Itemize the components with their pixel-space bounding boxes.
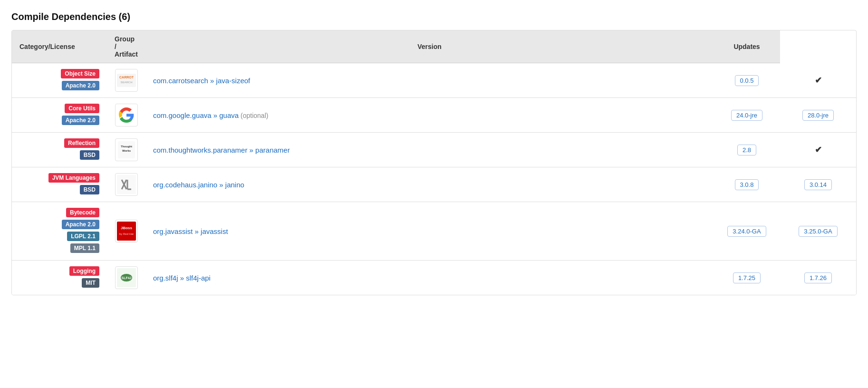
artifact-cell: com.carrotsearch » java-sizeof: [145, 63, 714, 98]
logo-carrot: CARROT SEARCH: [115, 69, 138, 92]
artifact-link[interactable]: com.thoughtworks.paranamer » paranamer: [153, 146, 290, 154]
category-cell: ReflectionBSD: [12, 133, 107, 167]
version-cell: 1.7.25: [714, 261, 780, 295]
version-cell: 3.0.8: [714, 167, 780, 202]
category-badge: Reflection: [64, 138, 99, 148]
category-badge: LGPL 2.1: [67, 232, 99, 241]
logo-google: [115, 104, 138, 126]
checkmark-icon: ✔: [815, 76, 822, 85]
updates-cell: 1.7.26: [780, 261, 856, 295]
category-badge: Logging: [69, 266, 99, 276]
logo-thoughtworks: Thought Works: [115, 138, 138, 161]
category-badge: BSD: [80, 150, 99, 160]
version-cell: 3.24.0-GA: [714, 202, 780, 261]
category-cell: Core UtilsApache 2.0: [12, 98, 107, 133]
logo-cell: JBoss by Red Hat: [107, 202, 145, 261]
version-cell: 0.0.5: [714, 63, 780, 98]
col-header-artifact: Group / Artifact: [107, 30, 145, 63]
artifact-cell: com.thoughtworks.paranamer » paranamer: [145, 133, 714, 167]
artifact-cell: org.javassist » javassist: [145, 202, 714, 261]
category-cell: LoggingMIT: [12, 261, 107, 295]
version-cell: 24.0-jre: [714, 98, 780, 133]
col-header-category: Category/License: [12, 30, 107, 63]
category-badge: Bytecode: [66, 208, 99, 217]
svg-text:JBoss: JBoss: [120, 226, 132, 230]
category-cell: Object SizeApache 2.0: [12, 63, 107, 98]
svg-text:by Red Hat: by Red Hat: [119, 233, 133, 235]
logo-cell: CARROT SEARCH: [107, 63, 145, 98]
artifact-cell: com.google.guava » guava (optional): [145, 98, 714, 133]
version-badge: 2.8: [737, 145, 756, 155]
artifact-link[interactable]: org.codehaus.janino » janino: [153, 181, 244, 189]
category-badge: Core Utils: [65, 104, 99, 113]
logo-cell: Thought Works: [107, 133, 145, 167]
category-badge: MIT: [82, 278, 99, 288]
category-cell: JVM LanguagesBSD: [12, 167, 107, 202]
version-badge: 1.7.25: [733, 272, 761, 283]
updates-badge: 3.25.0-GA: [799, 226, 837, 237]
category-badge: BSD: [80, 185, 99, 194]
artifact-cell: org.slf4j » slf4j-api: [145, 261, 714, 295]
logo-slf4j: SLF4J: [115, 266, 138, 289]
page-title: Compile Dependencies (6): [11, 11, 857, 22]
table-row: Object SizeApache 2.0 CARROT SEARCH com.…: [12, 63, 856, 98]
checkmark-icon: ✔: [815, 145, 822, 155]
svg-text:CARROT: CARROT: [119, 76, 134, 79]
logo-cell: [107, 167, 145, 202]
updates-badge: 3.0.14: [804, 179, 832, 190]
version-badge: 24.0-jre: [731, 110, 762, 121]
category-badge: Apache 2.0: [62, 220, 99, 229]
svg-text:Thought: Thought: [121, 145, 132, 148]
col-header-version: Version: [145, 30, 714, 63]
updates-cell: ✔: [780, 63, 856, 98]
updates-cell: 28.0-jre: [780, 98, 856, 133]
svg-text:SEARCH: SEARCH: [120, 81, 132, 84]
category-badge: JVM Languages: [48, 173, 99, 183]
table-header-row: Category/License Group / Artifact Versio…: [12, 30, 856, 63]
version-badge: 3.24.0-GA: [727, 226, 766, 237]
logo-jboss: JBoss by Red Hat: [115, 220, 138, 242]
updates-cell: 3.25.0-GA: [780, 202, 856, 261]
artifact-cell: org.codehaus.janino » janino: [145, 167, 714, 202]
updates-badge: 1.7.26: [804, 272, 832, 283]
category-badge: Apache 2.0: [62, 81, 99, 90]
table-row: LoggingMIT SLF4J org.slf4j » slf4j-api1.…: [12, 261, 856, 295]
dependencies-table: Category/License Group / Artifact Versio…: [11, 30, 857, 295]
svg-rect-11: [117, 222, 136, 241]
artifact-link[interactable]: org.javassist » javassist: [153, 227, 228, 235]
svg-text:SLF4J: SLF4J: [121, 276, 131, 280]
artifact-link[interactable]: org.slf4j » slf4j-api: [153, 274, 211, 282]
artifact-link[interactable]: com.google.guava » guava: [153, 111, 239, 119]
artifact-link[interactable]: com.carrotsearch » java-sizeof: [153, 77, 250, 85]
category-cell: BytecodeApache 2.0LGPL 2.1MPL 1.1: [12, 202, 107, 261]
artifact-optional: (optional): [239, 112, 268, 119]
table-row: Core UtilsApache 2.0 com.google.guava » …: [12, 98, 856, 133]
logo-cell: SLF4J: [107, 261, 145, 295]
category-badge: Object Size: [61, 69, 99, 78]
version-cell: 2.8: [714, 133, 780, 167]
updates-cell: ✔: [780, 133, 856, 167]
table-row: JVM LanguagesBSD org.codehaus.janino » j…: [12, 167, 856, 202]
logo-janino: [115, 173, 138, 196]
svg-text:Works: Works: [122, 149, 131, 152]
logo-cell: [107, 98, 145, 133]
category-badge: MPL 1.1: [70, 243, 99, 253]
table-row: BytecodeApache 2.0LGPL 2.1MPL 1.1 JBoss …: [12, 202, 856, 261]
updates-cell: 3.0.14: [780, 167, 856, 202]
category-badge: Apache 2.0: [62, 116, 99, 125]
version-badge: 0.0.5: [735, 75, 759, 86]
table-row: ReflectionBSD Thought Works com.thoughtw…: [12, 133, 856, 167]
svg-rect-6: [117, 175, 136, 194]
version-badge: 3.0.8: [735, 179, 759, 190]
col-header-updates: Updates: [714, 30, 780, 63]
updates-badge: 28.0-jre: [802, 110, 834, 121]
